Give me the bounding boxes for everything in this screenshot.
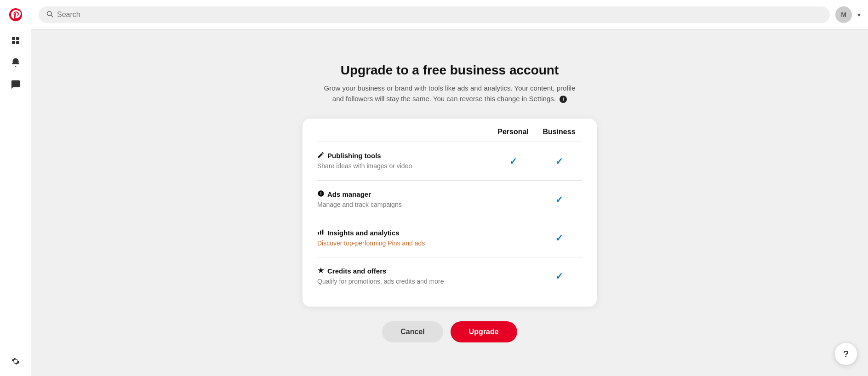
business-check-cell: ✓ (536, 233, 582, 244)
content-area: Upgrade to a free business account Grow … (31, 29, 868, 376)
search-icon (46, 10, 53, 19)
main-content: M ▾ Upgrade to a free business account G… (31, 0, 868, 376)
business-check-cell: ✓ (536, 156, 582, 167)
feature-info: Credits and offers Qualify for promotion… (317, 267, 490, 286)
feature-title: Insights and analytics (317, 228, 490, 237)
feature-description: Share ideas with images or video (317, 162, 490, 171)
feature-name: Insights and analytics (327, 229, 400, 237)
feature-name: Publishing tools (327, 152, 381, 160)
feature-name: Credits and offers (327, 267, 386, 275)
user-dropdown-arrow[interactable]: ▾ (857, 11, 861, 18)
page-subtitle: Grow your business or brand with tools l… (321, 83, 578, 104)
feature-title: Credits and offers (317, 267, 490, 275)
business-check: ✓ (555, 271, 563, 282)
help-button[interactable]: ? (835, 343, 857, 365)
upgrade-button[interactable]: Upgrade (451, 321, 517, 342)
feature-icon-2 (317, 228, 325, 237)
business-check-cell: ✓ (536, 271, 582, 282)
svg-rect-3 (12, 41, 15, 44)
feature-icon-1: ! (317, 190, 325, 199)
page-title: Upgrade to a free business account (341, 63, 559, 78)
messages-button[interactable] (6, 75, 25, 94)
feature-icon-3 (317, 267, 325, 275)
personal-check: ✓ (509, 156, 517, 167)
info-icon[interactable]: i (560, 96, 567, 103)
feature-row: Insights and analytics Discover top-perf… (317, 219, 582, 258)
add-button[interactable] (6, 31, 25, 50)
comparison-card: Personal Business Publishing tools Share… (303, 119, 597, 306)
business-check: ✓ (555, 233, 563, 244)
action-buttons: Cancel Upgrade (382, 321, 517, 342)
personal-column-header: Personal (490, 128, 536, 136)
topbar: M ▾ (31, 0, 868, 29)
feature-title: ! Ads manager (317, 190, 490, 199)
feature-info: Publishing tools Share ideas with images… (317, 151, 490, 171)
business-check: ✓ (555, 156, 563, 167)
svg-rect-1 (12, 37, 15, 40)
pinterest-logo[interactable] (6, 6, 25, 24)
business-check: ✓ (555, 194, 563, 205)
search-input[interactable] (57, 11, 822, 19)
cancel-button[interactable]: Cancel (382, 321, 443, 342)
business-check-cell: ✓ (536, 194, 582, 205)
svg-text:!: ! (320, 191, 321, 196)
svg-rect-11 (322, 229, 324, 234)
svg-rect-2 (16, 37, 19, 40)
feature-info: ! Ads manager Manage and track campaigns (317, 190, 490, 210)
user-avatar[interactable]: M (835, 6, 852, 23)
feature-title: Publishing tools (317, 151, 490, 160)
comparison-header: Personal Business (317, 119, 582, 142)
feature-name: Ads manager (327, 190, 371, 198)
notification-button[interactable] (6, 53, 25, 72)
features-list: Publishing tools Share ideas with images… (317, 142, 582, 295)
business-column-header: Business (536, 128, 582, 136)
svg-rect-4 (16, 41, 19, 44)
svg-line-6 (51, 15, 53, 17)
feature-info: Insights and analytics Discover top-perf… (317, 228, 490, 248)
settings-button[interactable] (6, 352, 25, 370)
svg-rect-10 (320, 230, 321, 234)
feature-description: Manage and track campaigns (317, 200, 490, 210)
feature-description: Qualify for promotions, ads credits and … (317, 277, 490, 286)
feature-description: Discover top-performing Pins and ads (317, 239, 490, 248)
search-bar[interactable] (39, 6, 830, 23)
sidebar (0, 0, 31, 376)
feature-row: Publishing tools Share ideas with images… (317, 142, 582, 181)
feature-icon-0 (317, 151, 325, 160)
svg-rect-9 (318, 232, 319, 234)
feature-row: ! Ads manager Manage and track campaigns… (317, 181, 582, 219)
feature-row: Credits and offers Qualify for promotion… (317, 257, 582, 296)
personal-check-cell: ✓ (490, 156, 536, 167)
